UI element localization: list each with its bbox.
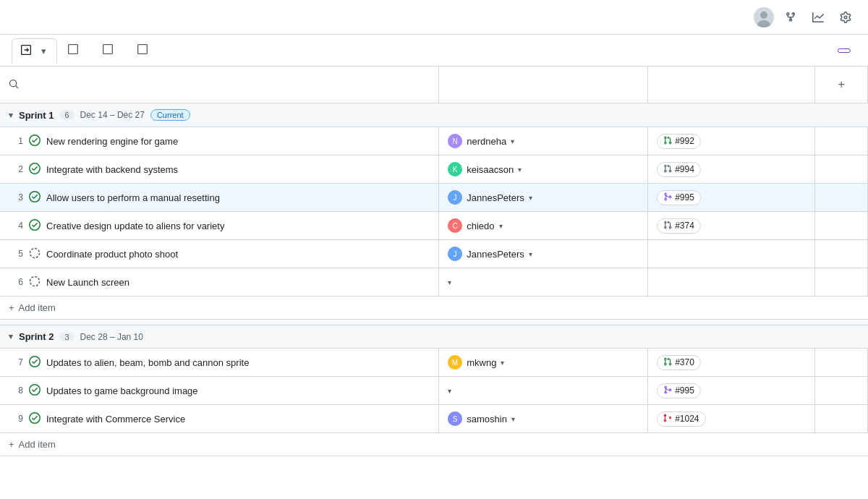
svg-text:J: J xyxy=(454,250,457,258)
status-icon xyxy=(29,356,41,370)
td-assignees: S samoshin ▾ xyxy=(439,405,648,433)
table-row[interactable]: 3 Allow users to perform a manual resett… xyxy=(0,184,868,212)
chart-button[interactable] xyxy=(807,8,829,27)
user-avatar[interactable] xyxy=(754,7,774,27)
pr-type-icon xyxy=(663,357,672,368)
pr-number: #995 xyxy=(675,192,694,202)
tab-planning[interactable]: ▾ xyxy=(12,38,57,64)
status-icon xyxy=(29,412,41,426)
assignee-dropdown[interactable]: ▾ xyxy=(518,166,522,174)
table-row[interactable]: 4 Creative design update to aliens for v… xyxy=(0,212,868,240)
td-title: 9 Integrate with Commerce Service xyxy=(0,405,439,433)
table-row[interactable]: 9 Integrate with Commerce Service S samo… xyxy=(0,405,868,433)
table-row[interactable]: 8 Updates to game background image ▾ #99… xyxy=(0,377,868,405)
table-row[interactable]: 6 New Launch screen ▾ xyxy=(0,268,868,297)
th-title xyxy=(0,67,439,103)
td-assignees: K keisaacson ▾ xyxy=(439,155,648,184)
assignee-name: nerdneha xyxy=(467,136,506,147)
th-assignees xyxy=(439,67,648,103)
assignee-avatar: J xyxy=(448,190,462,205)
assignee-name: keisaacson xyxy=(467,164,514,175)
pr-type-icon xyxy=(663,164,672,175)
status-icon xyxy=(29,247,41,261)
svg-text:M: M xyxy=(452,359,458,367)
tab-planning-dropdown[interactable]: ▾ xyxy=(40,46,48,56)
pr-badge[interactable]: #995 xyxy=(657,190,701,205)
table-row[interactable]: 1 New rendering engine for game N nerdne… xyxy=(0,127,868,155)
td-empty xyxy=(815,268,868,297)
gear-icon xyxy=(840,12,851,23)
add-item-plus-icon: + xyxy=(9,302,14,313)
pr-badge[interactable]: #370 xyxy=(657,355,701,370)
assignee-dropdown[interactable]: ▾ xyxy=(511,137,514,145)
table-row[interactable]: 2 Integrate with backend systems K keisa… xyxy=(0,155,868,184)
pr-number: #995 xyxy=(675,385,694,396)
svg-text:C: C xyxy=(453,222,458,230)
assignee-dropdown[interactable]: ▾ xyxy=(501,359,504,367)
table-row[interactable]: 7 Updates to alien, beam, bomb and canno… xyxy=(0,349,868,377)
tab-alpha[interactable] xyxy=(59,38,92,63)
assignee-avatar: S xyxy=(448,411,462,426)
assignee-avatar: C xyxy=(448,218,462,233)
group-count-sprint2: 3 xyxy=(59,333,74,341)
item-title: Creative design update to aliens for var… xyxy=(46,221,224,231)
tab-current-milestone[interactable] xyxy=(128,38,161,63)
svg-text:S: S xyxy=(453,415,458,423)
td-empty xyxy=(815,184,868,212)
assignee-dropdown[interactable]: ▾ xyxy=(529,194,532,202)
beta-badge xyxy=(838,48,851,53)
pr-badge[interactable]: #994 xyxy=(657,162,701,177)
add-item-button[interactable]: + Add item xyxy=(0,433,868,456)
assignee-dropdown[interactable]: ▾ xyxy=(499,222,503,230)
add-item-plus-icon: + xyxy=(9,439,14,450)
settings-button[interactable] xyxy=(835,8,856,27)
pr-type-icon xyxy=(663,192,672,203)
table-row[interactable]: 5 Coordinate product photo shoot J Janne… xyxy=(0,240,868,268)
svg-text:K: K xyxy=(453,166,458,174)
td-title: 3 Allow users to perform a manual resett… xyxy=(0,184,439,212)
row-number: 5 xyxy=(9,249,23,259)
assignee-dropdown-empty[interactable]: ▾ xyxy=(448,387,451,395)
assignee-dropdown-empty[interactable]: ▾ xyxy=(448,278,451,286)
pr-badge[interactable]: #1024 xyxy=(657,411,705,427)
td-assignees: ▾ xyxy=(439,268,648,297)
insights-branch-button[interactable] xyxy=(780,8,801,27)
add-item-label: Add item xyxy=(19,439,56,450)
td-title: 5 Coordinate product photo shoot xyxy=(0,240,439,268)
tab-planning-icon xyxy=(21,45,31,57)
status-icon xyxy=(29,191,41,205)
td-title: 6 New Launch screen xyxy=(0,268,439,297)
search-icon[interactable] xyxy=(9,79,19,91)
add-item-button[interactable]: + Add item xyxy=(0,297,868,319)
group-chevron-sprint2[interactable]: ▾ xyxy=(9,332,13,341)
new-view-button[interactable] xyxy=(163,46,177,55)
row-number: 7 xyxy=(9,357,23,367)
item-title: New rendering engine for game xyxy=(46,136,178,147)
pr-badge[interactable]: #374 xyxy=(657,218,701,234)
item-title: Updates to game background image xyxy=(46,385,198,396)
pr-type-icon xyxy=(663,221,672,231)
item-title: Integrate with Commerce Service xyxy=(46,414,185,425)
assignee-dropdown[interactable]: ▾ xyxy=(529,250,532,258)
pr-number: #370 xyxy=(675,357,694,367)
pr-type-icon xyxy=(663,414,672,425)
td-title: 4 Creative design update to aliens for v… xyxy=(0,212,439,240)
pr-type-icon xyxy=(663,136,672,147)
pr-badge[interactable]: #992 xyxy=(657,134,701,149)
add-column-button[interactable]: + xyxy=(824,72,859,97)
th-linked-pr xyxy=(648,67,815,103)
td-pr xyxy=(648,240,815,268)
add-item-label: Add item xyxy=(19,302,56,313)
pr-number: #1024 xyxy=(675,414,699,424)
group-chevron-sprint1[interactable]: ▾ xyxy=(9,111,13,120)
td-assignees: M mkwng ▾ xyxy=(439,349,648,377)
assignee-avatar: J xyxy=(448,247,462,261)
pr-badge[interactable]: #995 xyxy=(657,383,701,398)
add-item-cell: + Add item xyxy=(0,297,868,320)
assignee-dropdown[interactable]: ▾ xyxy=(511,415,515,423)
svg-text:N: N xyxy=(453,137,458,145)
status-icon xyxy=(29,276,41,289)
status-icon xyxy=(29,163,41,176)
td-assignees: J JannesPeters ▾ xyxy=(439,240,648,268)
tab-estimation[interactable] xyxy=(93,38,127,63)
